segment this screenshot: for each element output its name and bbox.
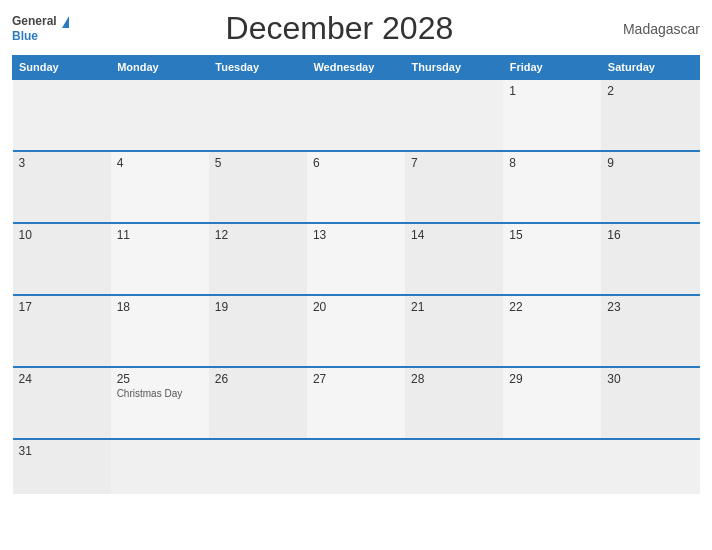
day-cell — [503, 439, 601, 494]
day-number: 24 — [19, 372, 105, 386]
day-number: 27 — [313, 372, 399, 386]
day-number: 18 — [117, 300, 203, 314]
day-number: 13 — [313, 228, 399, 242]
day-number: 1 — [509, 84, 595, 98]
logo-general-line: General — [12, 14, 69, 28]
day-number: 14 — [411, 228, 497, 242]
day-cell — [111, 439, 209, 494]
day-number: 31 — [19, 444, 105, 458]
day-number: 10 — [19, 228, 105, 242]
calendar-table: Sunday Monday Tuesday Wednesday Thursday… — [12, 55, 700, 494]
day-number: 25 — [117, 372, 203, 386]
day-cell — [307, 439, 405, 494]
header-wednesday: Wednesday — [307, 56, 405, 80]
day-cell: 14 — [405, 223, 503, 295]
calendar-body: 1234567891011121314151617181920212223242… — [13, 79, 700, 494]
logo-blue-text: Blue — [12, 29, 69, 43]
month-title: December 2028 — [69, 10, 610, 47]
day-cell: 17 — [13, 295, 111, 367]
calendar-week-3: 17181920212223 — [13, 295, 700, 367]
day-cell: 12 — [209, 223, 307, 295]
event-label: Christmas Day — [117, 388, 203, 399]
logo-general-text: General — [12, 14, 57, 28]
day-number: 7 — [411, 156, 497, 170]
header-saturday: Saturday — [601, 56, 699, 80]
day-number: 4 — [117, 156, 203, 170]
day-cell: 22 — [503, 295, 601, 367]
day-cell: 15 — [503, 223, 601, 295]
day-cell — [209, 79, 307, 151]
day-cell — [209, 439, 307, 494]
day-number: 20 — [313, 300, 399, 314]
day-cell: 28 — [405, 367, 503, 439]
day-number: 28 — [411, 372, 497, 386]
day-cell: 21 — [405, 295, 503, 367]
day-number: 5 — [215, 156, 301, 170]
day-cell: 25Christmas Day — [111, 367, 209, 439]
day-number: 15 — [509, 228, 595, 242]
day-cell: 9 — [601, 151, 699, 223]
day-cell: 29 — [503, 367, 601, 439]
day-cell: 18 — [111, 295, 209, 367]
day-number: 26 — [215, 372, 301, 386]
day-cell: 30 — [601, 367, 699, 439]
day-number: 22 — [509, 300, 595, 314]
day-cell — [13, 79, 111, 151]
calendar-week-0: 12 — [13, 79, 700, 151]
calendar-container: General Blue December 2028 Madagascar Su… — [0, 0, 712, 550]
header-monday: Monday — [111, 56, 209, 80]
day-cell: 3 — [13, 151, 111, 223]
day-number: 17 — [19, 300, 105, 314]
calendar-header: General Blue December 2028 Madagascar — [12, 10, 700, 47]
day-cell: 16 — [601, 223, 699, 295]
day-number: 6 — [313, 156, 399, 170]
day-cell: 6 — [307, 151, 405, 223]
day-cell — [405, 439, 503, 494]
country-label: Madagascar — [610, 21, 700, 37]
logo: General Blue — [12, 14, 69, 43]
header-tuesday: Tuesday — [209, 56, 307, 80]
calendar-week-5: 31 — [13, 439, 700, 494]
day-number: 8 — [509, 156, 595, 170]
day-number: 23 — [607, 300, 693, 314]
calendar-week-2: 10111213141516 — [13, 223, 700, 295]
day-cell: 23 — [601, 295, 699, 367]
day-number: 3 — [19, 156, 105, 170]
day-number: 2 — [607, 84, 693, 98]
logo-triangle-icon — [62, 16, 69, 28]
day-cell: 7 — [405, 151, 503, 223]
day-cell: 19 — [209, 295, 307, 367]
day-number: 9 — [607, 156, 693, 170]
day-number: 16 — [607, 228, 693, 242]
day-cell — [405, 79, 503, 151]
day-cell: 8 — [503, 151, 601, 223]
day-cell: 4 — [111, 151, 209, 223]
day-cell — [601, 439, 699, 494]
day-cell: 27 — [307, 367, 405, 439]
day-cell: 20 — [307, 295, 405, 367]
day-cell: 26 — [209, 367, 307, 439]
header-sunday: Sunday — [13, 56, 111, 80]
day-number: 19 — [215, 300, 301, 314]
day-cell: 31 — [13, 439, 111, 494]
calendar-week-1: 3456789 — [13, 151, 700, 223]
day-number: 30 — [607, 372, 693, 386]
day-cell: 10 — [13, 223, 111, 295]
day-cell — [307, 79, 405, 151]
day-cell: 13 — [307, 223, 405, 295]
header-friday: Friday — [503, 56, 601, 80]
day-number: 29 — [509, 372, 595, 386]
header-thursday: Thursday — [405, 56, 503, 80]
day-cell: 24 — [13, 367, 111, 439]
day-header-row: Sunday Monday Tuesday Wednesday Thursday… — [13, 56, 700, 80]
day-cell: 5 — [209, 151, 307, 223]
day-number: 11 — [117, 228, 203, 242]
day-cell: 1 — [503, 79, 601, 151]
day-number: 21 — [411, 300, 497, 314]
day-cell: 2 — [601, 79, 699, 151]
day-cell: 11 — [111, 223, 209, 295]
calendar-week-4: 2425Christmas Day2627282930 — [13, 367, 700, 439]
day-number: 12 — [215, 228, 301, 242]
day-cell — [111, 79, 209, 151]
